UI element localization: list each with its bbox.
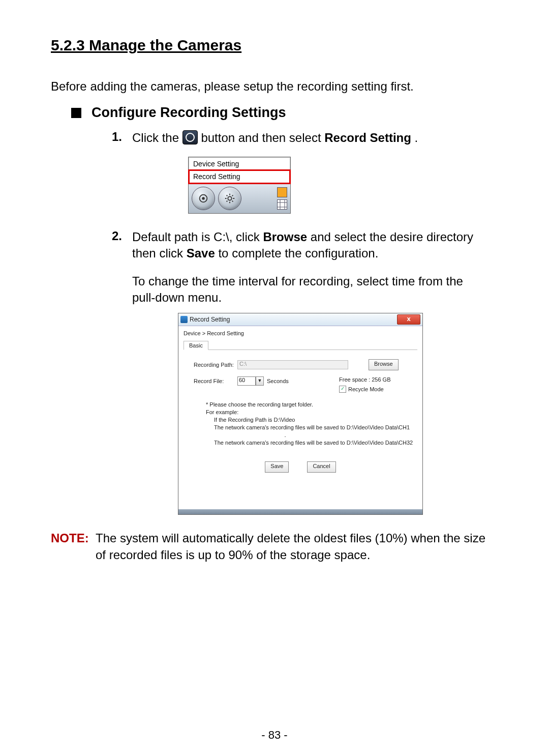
- page-number: - 83 -: [0, 729, 549, 742]
- section-heading: 5.2.3 Manage the Cameras: [51, 37, 498, 54]
- recording-path-row: Recording Path: C:\ Browse: [194, 359, 417, 370]
- text-bold: Save: [187, 246, 215, 260]
- step-2: 2. Default path is C:\, click Browse and…: [112, 229, 498, 306]
- recording-path-input[interactable]: C:\: [237, 360, 348, 369]
- step-number: 1.: [112, 130, 132, 146]
- text-paragraph: To change the time interval for recordin…: [132, 273, 488, 306]
- step-number: 2.: [112, 229, 132, 306]
- record-setting-dialog: Record Setting x Device > Record Setting…: [178, 313, 423, 515]
- text-bold: Browse: [263, 230, 307, 244]
- cancel-button[interactable]: Cancel: [307, 461, 336, 473]
- context-menu-figure: Device Setting Record Setting: [188, 157, 291, 214]
- toolbar-icon-row: [189, 184, 290, 213]
- svg-point-2: [228, 196, 231, 200]
- help-line: For example:: [206, 409, 417, 416]
- record-interval-input[interactable]: 60: [237, 376, 256, 386]
- dialog-body: Device > Record Setting Basic Recording …: [178, 326, 422, 509]
- recycle-mode-checkbox[interactable]: ✓: [339, 386, 346, 393]
- record-file-row: Record File: 60 ▼ Seconds Free space : 2…: [194, 376, 417, 386]
- record-icon: [198, 193, 209, 204]
- intro-paragraph: Before adding the cameras, please setup …: [51, 78, 498, 95]
- note-block: NOTE: The system will automatically dele…: [51, 530, 498, 563]
- camera-settings-icon: [182, 130, 198, 144]
- svg-point-1: [202, 197, 205, 200]
- save-button[interactable]: Save: [265, 461, 289, 473]
- subheading-row: Configure Recording Settings: [71, 105, 498, 121]
- record-button[interactable]: [192, 187, 215, 210]
- note-label: NOTE:: [51, 530, 92, 563]
- help-line: * Please choose the recording target fol…: [206, 401, 417, 409]
- tab-strip: Basic: [184, 340, 417, 350]
- label-record-file: Record File:: [194, 378, 237, 384]
- menu-item-record-setting[interactable]: Record Setting: [189, 170, 290, 183]
- layout-grid-icon[interactable]: [277, 199, 287, 210]
- label-recycle-mode: Recycle Mode: [348, 386, 384, 392]
- dialog-titlebar: Record Setting x: [178, 313, 422, 326]
- layout-tiles: [277, 187, 287, 210]
- breadcrumb: Device > Record Setting: [184, 329, 417, 340]
- help-ellipsis: .: [214, 431, 356, 439]
- step-text: Default path is C:\, click Browse and se…: [132, 229, 488, 306]
- help-text: * Please choose the recording target fol…: [206, 401, 417, 446]
- label-seconds: Seconds: [267, 378, 289, 384]
- dialog-title: Record Setting: [190, 316, 397, 323]
- text-fragment: Default path is C:\, click: [132, 230, 263, 244]
- layout-single-icon[interactable]: [277, 187, 287, 197]
- dialog-actions: Save Cancel: [184, 461, 417, 473]
- dialog-bottom-strip: [178, 509, 422, 514]
- settings-button[interactable]: [218, 187, 241, 210]
- context-menu: Device Setting Record Setting: [189, 157, 290, 184]
- help-line: The network camera's recording files wil…: [214, 424, 417, 431]
- step-list: 1. Click the button and then select Reco…: [112, 130, 498, 515]
- help-line: If the Recording Path is D:\Video: [214, 416, 417, 424]
- close-button[interactable]: x: [397, 314, 420, 325]
- step-1: 1. Click the button and then select Reco…: [112, 130, 498, 146]
- help-line: The network camera's recording files wil…: [214, 439, 417, 447]
- tab-basic[interactable]: Basic: [184, 341, 208, 350]
- recycle-mode-row: ✓ Recycle Mode: [339, 386, 384, 393]
- document-page: 5.2.3 Manage the Cameras Before adding t…: [0, 0, 549, 756]
- text-fragment: to complete the configuration.: [218, 246, 378, 260]
- interval-dropdown[interactable]: ▼: [256, 376, 264, 386]
- label-recording-path: Recording Path:: [194, 362, 237, 368]
- free-space-label: Free space : 256 GB: [339, 376, 391, 383]
- note-text: The system will automatically delete the…: [96, 530, 498, 563]
- step-text: Click the button and then select Record …: [132, 130, 418, 146]
- subheading: Configure Recording Settings: [92, 105, 286, 121]
- app-icon: [180, 316, 188, 323]
- text-bold: Record Setting: [324, 131, 411, 144]
- text-fragment: Click the: [132, 131, 182, 144]
- text-fragment: button and then select: [201, 131, 324, 144]
- menu-item-device-setting[interactable]: Device Setting: [189, 158, 290, 170]
- square-bullet-icon: [71, 108, 81, 118]
- gear-icon: [224, 193, 235, 204]
- text-fragment: .: [415, 131, 418, 144]
- browse-button[interactable]: Browse: [369, 359, 399, 370]
